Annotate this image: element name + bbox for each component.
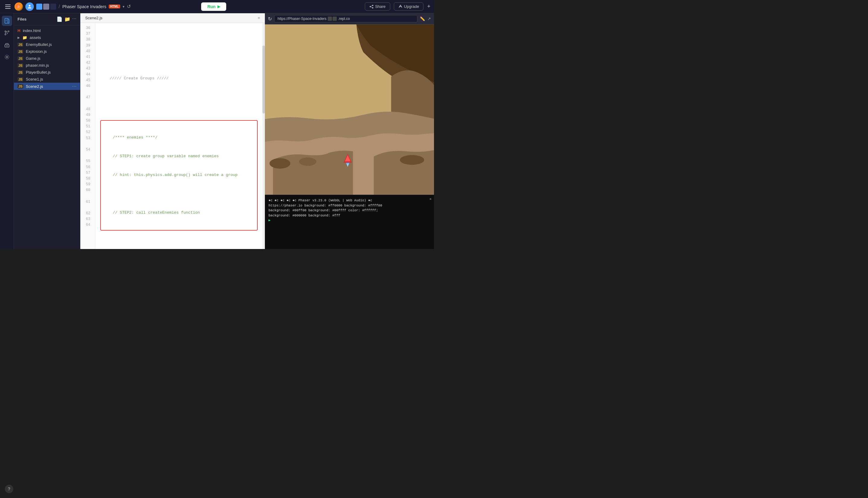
upgrade-button[interactable]: Upgrade xyxy=(394,2,424,11)
code-editor: Scene2.js ≡ 36 37 38 39 40 41 42 43 44 4… xyxy=(80,13,265,249)
editor-tab: Scene2.js ≡ xyxy=(80,13,265,23)
replit-logo[interactable] xyxy=(14,2,23,11)
file-header-icons: 📄 📁 ⋯ xyxy=(56,16,76,22)
url-bar[interactable]: https://Phaser-Space-Invaders .repl.co xyxy=(274,15,417,22)
sidebar-files-icon[interactable] xyxy=(2,16,12,26)
js-file-icon: JS xyxy=(17,77,23,81)
new-folder-icon[interactable]: 📁 xyxy=(64,16,71,22)
svg-point-7 xyxy=(372,7,373,9)
console-line-2: https://phaser.io background: #ff0000 ba… xyxy=(268,203,430,208)
game-scene xyxy=(265,24,434,195)
svg-line-8 xyxy=(371,6,372,6)
tab-filename[interactable]: Scene2.js xyxy=(85,16,102,20)
svg-rect-2 xyxy=(5,8,11,9)
file-item-scene1[interactable]: JS Scene1.js xyxy=(14,76,80,83)
sidebar-settings-icon[interactable] xyxy=(2,52,12,62)
code-line xyxy=(103,191,255,197)
sidebar-git-icon[interactable] xyxy=(2,28,12,38)
url-text: https://Phaser-Space-Invaders xyxy=(278,17,327,21)
js-file-icon: JS xyxy=(17,84,23,89)
code-line: // STEP2: call createEnemies function xyxy=(103,210,255,216)
file-options-icon[interactable]: ⋯ xyxy=(72,84,76,89)
file-item-scene2[interactable]: JS Scene2.js ⋯ xyxy=(14,83,80,90)
user-avatar[interactable] xyxy=(25,2,34,11)
share-button[interactable]: Share xyxy=(365,2,390,11)
game-area xyxy=(265,24,434,195)
file-list: H index.html ▶ 📁 assets JS EnemyBullet.j… xyxy=(14,25,80,249)
svg-point-22 xyxy=(400,155,424,165)
svg-rect-0 xyxy=(5,4,11,5)
code-line xyxy=(100,94,258,101)
color-squares xyxy=(36,4,56,10)
file-item-explosion[interactable]: JS Explosion.js xyxy=(14,48,80,55)
js-file-icon: JS xyxy=(17,70,23,75)
hamburger-menu[interactable] xyxy=(4,2,12,11)
html-file-icon: H xyxy=(17,28,20,33)
svg-point-4 xyxy=(29,5,30,6)
share-icon xyxy=(369,4,374,9)
console-prompt-line: ▶ xyxy=(268,218,430,223)
tab-menu-icon[interactable]: ≡ xyxy=(258,16,260,20)
file-name: PlayerBullet.js xyxy=(26,70,50,75)
file-name: Game.js xyxy=(26,56,40,61)
url-squares xyxy=(328,17,337,21)
separator: / xyxy=(59,4,60,9)
file-name: EnemyBullet.js xyxy=(26,42,52,47)
run-button[interactable]: Run ▶ xyxy=(201,2,226,11)
scrollbar[interactable] xyxy=(263,23,265,249)
topbar: / Phaser Space Invaders HTML ▾ ↺ Run ▶ S… xyxy=(0,0,434,13)
svg-point-15 xyxy=(5,34,6,35)
js-file-icon: JS xyxy=(17,42,23,47)
file-name: Explosion.js xyxy=(26,49,47,54)
console-close-icon[interactable]: ✕ xyxy=(430,197,432,201)
file-item-enemybullet[interactable]: JS EnemyBullet.js xyxy=(14,41,80,48)
run-label: Run xyxy=(207,4,215,9)
file-panel-header: Files 📄 📁 ⋯ xyxy=(14,13,80,25)
js-file-icon: JS xyxy=(17,56,23,61)
project-name: Phaser Space Invaders xyxy=(62,4,106,9)
svg-line-9 xyxy=(371,7,372,8)
file-name: index.html xyxy=(23,28,40,33)
svg-point-18 xyxy=(6,56,8,58)
browser-actions: ✏️ ↗ xyxy=(420,16,431,21)
history-icon[interactable]: ↺ xyxy=(127,4,131,9)
console-area[interactable]: ✕ ♦c ♦c ♦c ♦c ♦c Phaser v3.23.0 (WebGL |… xyxy=(265,195,434,249)
code-line xyxy=(100,38,258,44)
files-title: Files xyxy=(17,17,56,22)
file-item-playerbullet[interactable]: JS PlayerBullet.js xyxy=(14,69,80,76)
file-item-phaser[interactable]: JS phaser.min.js xyxy=(14,62,80,69)
right-panel: ↻ https://Phaser-Space-Invaders .repl.co… xyxy=(265,13,434,249)
sidebar-packages-icon[interactable] xyxy=(2,40,12,50)
sidebar-icons xyxy=(0,13,14,249)
code-line: /**** enemies ****/ xyxy=(103,135,255,141)
file-name: Scene2.js xyxy=(26,84,43,89)
js-file-icon: JS xyxy=(17,63,23,68)
file-item-index-html[interactable]: H index.html xyxy=(14,27,80,34)
file-item-assets[interactable]: ▶ 📁 assets xyxy=(14,34,80,41)
file-name: Scene1.js xyxy=(26,77,43,81)
svg-point-13 xyxy=(5,31,6,32)
svg-point-21 xyxy=(299,158,317,166)
code-area[interactable]: 36 37 38 39 40 41 42 43 44 45 46 47 48 4… xyxy=(80,23,265,249)
svg-point-14 xyxy=(8,31,9,32)
folder-icon: 📁 xyxy=(22,35,27,40)
new-file-icon[interactable]: 📄 xyxy=(56,16,63,22)
code-line xyxy=(100,244,258,249)
file-item-game[interactable]: JS Game.js xyxy=(14,55,80,62)
upgrade-icon xyxy=(398,4,403,9)
console-line-3: background: #00ff00 background: #00ffff … xyxy=(268,208,430,213)
refresh-button[interactable]: ↻ xyxy=(268,16,272,22)
chevron-down-icon[interactable]: ▾ xyxy=(123,4,125,9)
topbar-right: Share Upgrade + xyxy=(365,2,430,11)
js-file-icon: JS xyxy=(17,50,23,54)
edit-icon[interactable]: ✏️ xyxy=(420,16,425,21)
folder-name: assets xyxy=(29,35,41,40)
url-suffix: .repl.co xyxy=(338,17,350,21)
code-line: ///// Create Groups ///// xyxy=(100,76,258,82)
file-more-icon[interactable]: ⋯ xyxy=(72,16,76,22)
add-button[interactable]: + xyxy=(427,3,430,10)
code-content[interactable]: ///// Create Groups ///// /**** enemies … xyxy=(95,23,263,249)
open-external-icon[interactable]: ↗ xyxy=(427,16,431,21)
code-line: // hint: this.physics.add.group() will c… xyxy=(103,172,255,179)
console-line-4: background: #000000 background: #fff xyxy=(268,213,430,218)
